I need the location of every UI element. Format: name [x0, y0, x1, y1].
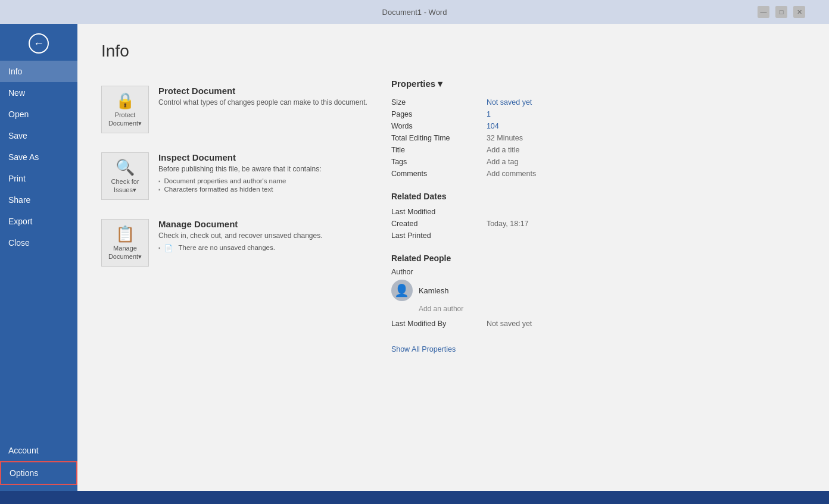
main-content: Info 🔒 ProtectDocument▾ Protect Document… [77, 24, 829, 491]
related-dates-table: Last Modified Created Today, 18:17 Last … [391, 206, 641, 242]
sidebar: ← Info New Open Save Save As Print Share… [0, 24, 77, 491]
prop-words-value: 104 [487, 120, 641, 132]
list-item: 📄 There are no unsaved changes. [158, 243, 367, 253]
sidebar-item-options[interactable]: Options [0, 461, 77, 485]
close-btn[interactable]: ✕ [793, 6, 805, 18]
prop-pages-row: Pages 1 [391, 108, 641, 120]
info-cards: 🔒 ProtectDocument▾ Protect Document Cont… [101, 79, 367, 354]
prop-comments-value: Add comments [487, 168, 641, 180]
manage-document-card: 📋 ManageDocument▾ Manage Document Check … [101, 212, 367, 274]
minimize-btn[interactable]: — [758, 6, 769, 18]
prop-last-printed-row: Last Printed [391, 230, 641, 242]
inspect-document-text: Inspect Document Before publishing this … [158, 152, 367, 193]
prop-last-printed-value [487, 230, 641, 242]
sidebar-item-info[interactable]: Info [0, 61, 77, 82]
manage-icon: 📋 [116, 225, 135, 243]
sidebar-item-print[interactable]: Print [0, 168, 77, 189]
prop-last-modified-row: Last Modified [391, 206, 641, 218]
manage-document-label: ManageDocument▾ [108, 245, 142, 260]
prop-editing-time-row: Total Editing Time 32 Minutes [391, 132, 641, 144]
sidebar-item-save-as[interactable]: Save As [0, 146, 77, 168]
manage-document-title: Manage Document [158, 219, 367, 229]
prop-words-label: Words [391, 120, 487, 132]
doc-icon: 📄 [164, 244, 173, 252]
manage-document-button[interactable]: 📋 ManageDocument▾ [101, 219, 149, 267]
document-title: Document1 - Word [382, 8, 447, 17]
protect-document-label: ProtectDocument▾ [108, 111, 142, 127]
manage-document-text: Manage Document Check in, check out, and… [158, 219, 367, 253]
sidebar-item-close[interactable]: Close [0, 232, 77, 253]
prop-last-modified-value [487, 206, 641, 218]
page-title: Info [101, 42, 805, 61]
title-bar: Document1 - Word — □ ✕ [0, 0, 829, 24]
prop-size-row: Size Not saved yet [391, 96, 641, 108]
window-controls: — □ ✕ [758, 0, 805, 24]
main-row: 🔒 ProtectDocument▾ Protect Document Cont… [101, 79, 805, 354]
person-icon: 👤 [394, 283, 409, 298]
lock-icon: 🔒 [116, 92, 135, 110]
related-dates-header: Related Dates [391, 192, 641, 201]
author-name: Kamlesh [419, 286, 449, 295]
add-author-link[interactable]: Add an author [419, 305, 641, 313]
inspect-document-list: Document properties and author's name Ch… [158, 177, 367, 193]
sidebar-bottom: Account Options [0, 440, 77, 491]
app-body: ← Info New Open Save Save As Print Share… [0, 24, 829, 491]
prop-title-value: Add a title [487, 144, 641, 156]
prop-last-modified-by-value: Not saved yet [487, 318, 641, 330]
prop-last-modified-by-row: Last Modified By Not saved yet [391, 318, 641, 330]
prop-created-value: Today, 18:17 [487, 218, 641, 230]
protect-document-card: 🔒 ProtectDocument▾ Protect Document Cont… [101, 79, 367, 140]
list-item: Characters formatted as hidden text [158, 185, 367, 193]
sidebar-item-open[interactable]: Open [0, 104, 77, 125]
manage-document-list: 📄 There are no unsaved changes. [158, 243, 367, 253]
author-avatar: 👤 [391, 280, 413, 301]
prop-tags-label: Tags [391, 156, 487, 168]
protect-document-desc: Control what types of changes people can… [158, 98, 367, 107]
author-row: 👤 Kamlesh [391, 280, 641, 301]
prop-comments-label: Comments [391, 168, 487, 180]
inspect-document-desc: Before publishing this file, be aware th… [158, 165, 367, 173]
properties-panel: Properties ▾ Size Not saved yet Pages 1 … [379, 79, 653, 354]
prop-title-label: Title [391, 144, 487, 156]
manage-document-desc: Check in, check out, and recover unsaved… [158, 231, 367, 240]
sidebar-item-account[interactable]: Account [0, 440, 77, 461]
inspect-icon: 🔍 [116, 158, 135, 177]
protect-document-text: Protect Document Control what types of c… [158, 86, 367, 110]
inspect-document-title: Inspect Document [158, 152, 367, 162]
prop-size-value: Not saved yet [487, 96, 641, 108]
maximize-btn[interactable]: □ [775, 6, 787, 18]
prop-title-row: Title Add a title [391, 144, 641, 156]
prop-created-label: Created [391, 218, 487, 230]
related-people-header: Related People [391, 253, 641, 263]
bottom-bar [0, 491, 829, 504]
last-modified-by-table: Last Modified By Not saved yet [391, 318, 641, 330]
prop-size-label: Size [391, 96, 487, 108]
prop-pages-label: Pages [391, 108, 487, 120]
prop-tags-value: Add a tag [487, 156, 641, 168]
show-all-properties-link[interactable]: Show All Properties [391, 345, 456, 353]
prop-tags-row: Tags Add a tag [391, 156, 641, 168]
check-issues-label: Check forIssues▾ [111, 178, 139, 193]
protect-document-title: Protect Document [158, 86, 367, 96]
inspect-document-card: 🔍 Check forIssues▾ Inspect Document Befo… [101, 145, 367, 207]
prop-created-row: Created Today, 18:17 [391, 218, 641, 230]
list-item: Document properties and author's name [158, 177, 367, 185]
prop-editing-time-value: 32 Minutes [487, 132, 641, 144]
prop-last-printed-label: Last Printed [391, 230, 487, 242]
back-arrow-icon: ← [29, 33, 49, 54]
sidebar-item-export[interactable]: Export [0, 211, 77, 232]
prop-last-modified-by-label: Last Modified By [391, 318, 487, 330]
prop-last-modified-label: Last Modified [391, 206, 487, 218]
properties-table: Size Not saved yet Pages 1 Words 104 Tot… [391, 96, 641, 180]
protect-document-button[interactable]: 🔒 ProtectDocument▾ [101, 86, 149, 133]
sidebar-item-new[interactable]: New [0, 82, 77, 104]
prop-editing-time-label: Total Editing Time [391, 132, 487, 144]
sidebar-item-share[interactable]: Share [0, 189, 77, 211]
check-for-issues-button[interactable]: 🔍 Check forIssues▾ [101, 152, 149, 200]
sidebar-item-save[interactable]: Save [0, 125, 77, 146]
prop-words-row: Words 104 [391, 120, 641, 132]
properties-header[interactable]: Properties ▾ [391, 79, 641, 89]
author-label: Author [391, 268, 641, 276]
back-button[interactable]: ← [24, 29, 54, 58]
prop-comments-row: Comments Add comments [391, 168, 641, 180]
